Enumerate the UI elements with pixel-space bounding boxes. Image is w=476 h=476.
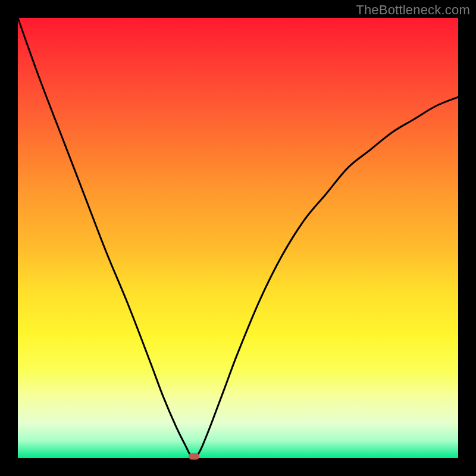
bottleneck-curve [18,18,458,458]
plot-area [18,18,458,458]
watermark-text: TheBottleneck.com [356,2,470,18]
optimal-point-marker [189,453,199,460]
chart-frame: TheBottleneck.com [0,0,476,476]
